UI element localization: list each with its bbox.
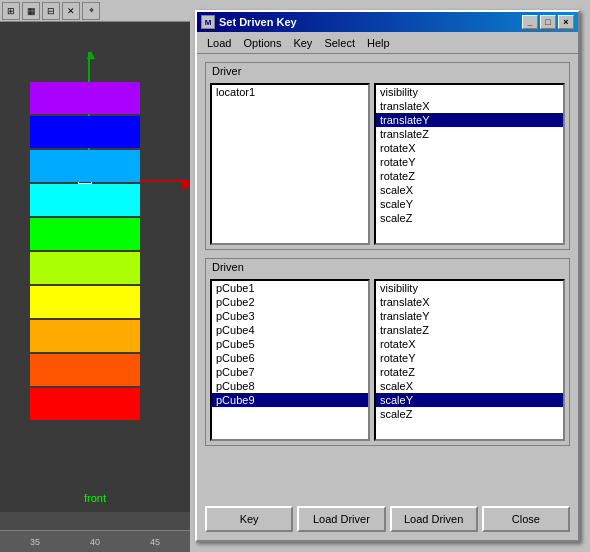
viewport-toolbar: ⊞ ▦ ⊟ ✕ ⌖ — [0, 0, 190, 22]
set-driven-key-dialog: M Set Driven Key _ □ × Load Options Key … — [195, 10, 580, 542]
color-block-4 — [30, 218, 140, 250]
load-driver-button[interactable]: Load Driver — [297, 506, 385, 532]
color-block-7 — [30, 320, 140, 352]
viewport-canvas: ▲ ▶ front — [0, 22, 190, 512]
driven-right-item[interactable]: scaleX — [376, 379, 563, 393]
driven-section: Driven pCube1pCube2pCube3pCube4pCube5pCu… — [205, 258, 570, 446]
driver-right-item[interactable]: translateZ — [376, 127, 563, 141]
color-block-6 — [30, 286, 140, 318]
driven-right-item[interactable]: rotateZ — [376, 365, 563, 379]
menubar: Load Options Key Select Help — [197, 32, 578, 54]
toolbar-icon-4[interactable]: ✕ — [62, 2, 80, 20]
driven-left-item[interactable]: pCube1 — [212, 281, 368, 295]
driver-left-item[interactable]: locator1 — [212, 85, 368, 99]
toolbar-icon-1[interactable]: ⊞ — [2, 2, 20, 20]
driven-right-item[interactable]: visibility — [376, 281, 563, 295]
maximize-button[interactable]: □ — [540, 15, 556, 29]
dialog-footer: Key Load Driver Load Driven Close — [205, 506, 570, 532]
driver-section-body: locator1 visibilitytranslateXtranslateYt… — [206, 79, 569, 249]
color-blocks — [30, 82, 150, 422]
driver-right-item[interactable]: scaleY — [376, 197, 563, 211]
title-left: M Set Driven Key — [201, 15, 297, 29]
driver-right-item[interactable]: translateY — [376, 113, 563, 127]
driven-left-item[interactable]: pCube9 — [212, 393, 368, 407]
dialog-title: Set Driven Key — [219, 16, 297, 28]
toolbar-icon-5[interactable]: ⌖ — [82, 2, 100, 20]
driver-section: Driver locator1 visibilitytranslateXtran… — [205, 62, 570, 250]
driven-left-item[interactable]: pCube2 — [212, 295, 368, 309]
color-block-1 — [30, 116, 140, 148]
ruler-mark-40: 40 — [90, 537, 100, 547]
color-block-2 — [30, 150, 140, 182]
viewport: ⊞ ▦ ⊟ ✕ ⌖ ▲ ▶ front 35 40 45 — [0, 0, 190, 552]
driven-left-item[interactable]: pCube3 — [212, 309, 368, 323]
driven-right-item[interactable]: translateX — [376, 295, 563, 309]
viewport-label: front — [84, 492, 106, 504]
load-driven-button[interactable]: Load Driven — [390, 506, 478, 532]
key-button[interactable]: Key — [205, 506, 293, 532]
dialog-content: Driver locator1 visibilitytranslateXtran… — [197, 54, 578, 462]
driver-right-item[interactable]: rotateX — [376, 141, 563, 155]
menu-load[interactable]: Load — [201, 35, 237, 51]
driven-left-list[interactable]: pCube1pCube2pCube3pCube4pCube5pCube6pCub… — [210, 279, 370, 441]
toolbar-icon-3[interactable]: ⊟ — [42, 2, 60, 20]
driven-right-item[interactable]: translateY — [376, 309, 563, 323]
driven-right-item[interactable]: rotateY — [376, 351, 563, 365]
dialog-title-icon: M — [201, 15, 215, 29]
color-block-5 — [30, 252, 140, 284]
driver-right-item[interactable]: visibility — [376, 85, 563, 99]
menu-key[interactable]: Key — [287, 35, 318, 51]
color-block-8 — [30, 354, 140, 386]
ruler-mark-35: 35 — [30, 537, 40, 547]
driver-left-list[interactable]: locator1 — [210, 83, 370, 245]
menu-select[interactable]: Select — [318, 35, 361, 51]
driven-section-body: pCube1pCube2pCube3pCube4pCube5pCube6pCub… — [206, 275, 569, 445]
title-buttons: _ □ × — [522, 15, 574, 29]
driven-right-item[interactable]: translateZ — [376, 323, 563, 337]
toolbar-icon-2[interactable]: ▦ — [22, 2, 40, 20]
driver-right-item[interactable]: rotateY — [376, 155, 563, 169]
driver-section-label: Driver — [206, 63, 569, 79]
driver-right-item[interactable]: scaleZ — [376, 211, 563, 225]
minimize-button[interactable]: _ — [522, 15, 538, 29]
ruler-marks: 35 40 45 — [5, 537, 185, 547]
y-axis-arrow: ▲ — [84, 46, 98, 62]
color-block-3 — [30, 184, 140, 216]
driven-left-item[interactable]: pCube6 — [212, 351, 368, 365]
driven-right-list[interactable]: visibilitytranslateXtranslateYtranslateZ… — [374, 279, 565, 441]
driver-right-list[interactable]: visibilitytranslateXtranslateYtranslateZ… — [374, 83, 565, 245]
ruler: 35 40 45 — [0, 530, 190, 552]
menu-help[interactable]: Help — [361, 35, 396, 51]
driven-left-item[interactable]: pCube8 — [212, 379, 368, 393]
driven-section-label: Driven — [206, 259, 569, 275]
driven-left-item[interactable]: pCube7 — [212, 365, 368, 379]
driver-right-item[interactable]: translateX — [376, 99, 563, 113]
driven-right-item[interactable]: scaleY — [376, 393, 563, 407]
ruler-mark-45: 45 — [150, 537, 160, 547]
color-block-0 — [30, 82, 140, 114]
driver-right-item[interactable]: rotateZ — [376, 169, 563, 183]
menu-options[interactable]: Options — [237, 35, 287, 51]
close-button[interactable]: Close — [482, 506, 570, 532]
close-title-button[interactable]: × — [558, 15, 574, 29]
dialog-titlebar: M Set Driven Key _ □ × — [197, 12, 578, 32]
color-block-9 — [30, 388, 140, 420]
driven-right-item[interactable]: rotateX — [376, 337, 563, 351]
driven-left-item[interactable]: pCube4 — [212, 323, 368, 337]
driven-left-item[interactable]: pCube5 — [212, 337, 368, 351]
driven-right-item[interactable]: scaleZ — [376, 407, 563, 421]
x-axis-arrow: ▶ — [182, 175, 190, 191]
driver-right-item[interactable]: scaleX — [376, 183, 563, 197]
